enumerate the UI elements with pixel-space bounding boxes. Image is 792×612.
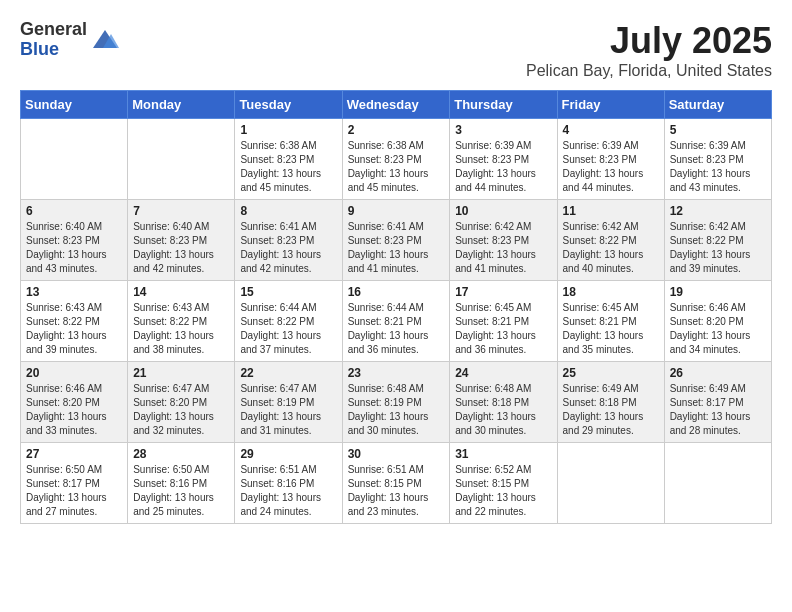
- calendar-cell: 27Sunrise: 6:50 AMSunset: 8:17 PMDayligh…: [21, 443, 128, 524]
- weekday-header-monday: Monday: [128, 91, 235, 119]
- day-info: Sunrise: 6:41 AMSunset: 8:23 PMDaylight:…: [240, 220, 336, 276]
- day-number: 2: [348, 123, 445, 137]
- day-info: Sunrise: 6:51 AMSunset: 8:15 PMDaylight:…: [348, 463, 445, 519]
- day-number: 23: [348, 366, 445, 380]
- day-number: 21: [133, 366, 229, 380]
- calendar-cell: 18Sunrise: 6:45 AMSunset: 8:21 PMDayligh…: [557, 281, 664, 362]
- weekday-header-row: SundayMondayTuesdayWednesdayThursdayFrid…: [21, 91, 772, 119]
- calendar-cell: 1Sunrise: 6:38 AMSunset: 8:23 PMDaylight…: [235, 119, 342, 200]
- calendar-cell: 29Sunrise: 6:51 AMSunset: 8:16 PMDayligh…: [235, 443, 342, 524]
- day-number: 11: [563, 204, 659, 218]
- day-number: 28: [133, 447, 229, 461]
- day-number: 18: [563, 285, 659, 299]
- logo-icon: [91, 26, 119, 54]
- day-info: Sunrise: 6:48 AMSunset: 8:18 PMDaylight:…: [455, 382, 551, 438]
- day-number: 13: [26, 285, 122, 299]
- day-number: 25: [563, 366, 659, 380]
- calendar-cell: 16Sunrise: 6:44 AMSunset: 8:21 PMDayligh…: [342, 281, 450, 362]
- weekday-header-saturday: Saturday: [664, 91, 771, 119]
- day-number: 4: [563, 123, 659, 137]
- day-number: 26: [670, 366, 766, 380]
- calendar-cell: 7Sunrise: 6:40 AMSunset: 8:23 PMDaylight…: [128, 200, 235, 281]
- weekday-header-tuesday: Tuesday: [235, 91, 342, 119]
- day-number: 10: [455, 204, 551, 218]
- calendar-cell: [21, 119, 128, 200]
- calendar-title: July 2025: [526, 20, 772, 62]
- day-info: Sunrise: 6:38 AMSunset: 8:23 PMDaylight:…: [240, 139, 336, 195]
- day-info: Sunrise: 6:42 AMSunset: 8:22 PMDaylight:…: [670, 220, 766, 276]
- calendar-cell: 12Sunrise: 6:42 AMSunset: 8:22 PMDayligh…: [664, 200, 771, 281]
- calendar-cell: 21Sunrise: 6:47 AMSunset: 8:20 PMDayligh…: [128, 362, 235, 443]
- day-info: Sunrise: 6:42 AMSunset: 8:22 PMDaylight:…: [563, 220, 659, 276]
- calendar-week-row: 27Sunrise: 6:50 AMSunset: 8:17 PMDayligh…: [21, 443, 772, 524]
- title-block: July 2025 Pelican Bay, Florida, United S…: [526, 20, 772, 80]
- calendar-cell: 11Sunrise: 6:42 AMSunset: 8:22 PMDayligh…: [557, 200, 664, 281]
- page-header: General Blue July 2025 Pelican Bay, Flor…: [20, 20, 772, 80]
- calendar-cell: 6Sunrise: 6:40 AMSunset: 8:23 PMDaylight…: [21, 200, 128, 281]
- day-info: Sunrise: 6:50 AMSunset: 8:17 PMDaylight:…: [26, 463, 122, 519]
- day-number: 8: [240, 204, 336, 218]
- weekday-header-friday: Friday: [557, 91, 664, 119]
- day-info: Sunrise: 6:43 AMSunset: 8:22 PMDaylight:…: [26, 301, 122, 357]
- calendar-cell: 8Sunrise: 6:41 AMSunset: 8:23 PMDaylight…: [235, 200, 342, 281]
- logo: General Blue: [20, 20, 119, 60]
- day-info: Sunrise: 6:44 AMSunset: 8:22 PMDaylight:…: [240, 301, 336, 357]
- calendar-cell: 10Sunrise: 6:42 AMSunset: 8:23 PMDayligh…: [450, 200, 557, 281]
- day-info: Sunrise: 6:48 AMSunset: 8:19 PMDaylight:…: [348, 382, 445, 438]
- day-number: 12: [670, 204, 766, 218]
- day-number: 31: [455, 447, 551, 461]
- day-number: 27: [26, 447, 122, 461]
- weekday-header-sunday: Sunday: [21, 91, 128, 119]
- calendar-cell: 31Sunrise: 6:52 AMSunset: 8:15 PMDayligh…: [450, 443, 557, 524]
- day-info: Sunrise: 6:49 AMSunset: 8:18 PMDaylight:…: [563, 382, 659, 438]
- calendar-cell: 26Sunrise: 6:49 AMSunset: 8:17 PMDayligh…: [664, 362, 771, 443]
- calendar-cell: 28Sunrise: 6:50 AMSunset: 8:16 PMDayligh…: [128, 443, 235, 524]
- day-info: Sunrise: 6:52 AMSunset: 8:15 PMDaylight:…: [455, 463, 551, 519]
- day-number: 17: [455, 285, 551, 299]
- calendar-location: Pelican Bay, Florida, United States: [526, 62, 772, 80]
- day-number: 6: [26, 204, 122, 218]
- day-info: Sunrise: 6:40 AMSunset: 8:23 PMDaylight:…: [133, 220, 229, 276]
- day-number: 5: [670, 123, 766, 137]
- calendar-cell: 3Sunrise: 6:39 AMSunset: 8:23 PMDaylight…: [450, 119, 557, 200]
- day-info: Sunrise: 6:38 AMSunset: 8:23 PMDaylight:…: [348, 139, 445, 195]
- day-number: 9: [348, 204, 445, 218]
- day-number: 3: [455, 123, 551, 137]
- day-number: 29: [240, 447, 336, 461]
- calendar-week-row: 13Sunrise: 6:43 AMSunset: 8:22 PMDayligh…: [21, 281, 772, 362]
- calendar-cell: 20Sunrise: 6:46 AMSunset: 8:20 PMDayligh…: [21, 362, 128, 443]
- day-info: Sunrise: 6:39 AMSunset: 8:23 PMDaylight:…: [670, 139, 766, 195]
- day-number: 24: [455, 366, 551, 380]
- day-info: Sunrise: 6:47 AMSunset: 8:20 PMDaylight:…: [133, 382, 229, 438]
- day-info: Sunrise: 6:50 AMSunset: 8:16 PMDaylight:…: [133, 463, 229, 519]
- calendar-cell: 30Sunrise: 6:51 AMSunset: 8:15 PMDayligh…: [342, 443, 450, 524]
- day-number: 7: [133, 204, 229, 218]
- day-info: Sunrise: 6:45 AMSunset: 8:21 PMDaylight:…: [455, 301, 551, 357]
- calendar-cell: 23Sunrise: 6:48 AMSunset: 8:19 PMDayligh…: [342, 362, 450, 443]
- day-number: 1: [240, 123, 336, 137]
- day-info: Sunrise: 6:46 AMSunset: 8:20 PMDaylight:…: [670, 301, 766, 357]
- calendar-cell: [128, 119, 235, 200]
- calendar-cell: 19Sunrise: 6:46 AMSunset: 8:20 PMDayligh…: [664, 281, 771, 362]
- day-info: Sunrise: 6:51 AMSunset: 8:16 PMDaylight:…: [240, 463, 336, 519]
- calendar-cell: 15Sunrise: 6:44 AMSunset: 8:22 PMDayligh…: [235, 281, 342, 362]
- day-number: 14: [133, 285, 229, 299]
- calendar-cell: 14Sunrise: 6:43 AMSunset: 8:22 PMDayligh…: [128, 281, 235, 362]
- calendar-week-row: 6Sunrise: 6:40 AMSunset: 8:23 PMDaylight…: [21, 200, 772, 281]
- day-info: Sunrise: 6:39 AMSunset: 8:23 PMDaylight:…: [563, 139, 659, 195]
- day-info: Sunrise: 6:42 AMSunset: 8:23 PMDaylight:…: [455, 220, 551, 276]
- day-number: 15: [240, 285, 336, 299]
- calendar-cell: 4Sunrise: 6:39 AMSunset: 8:23 PMDaylight…: [557, 119, 664, 200]
- calendar-cell: 9Sunrise: 6:41 AMSunset: 8:23 PMDaylight…: [342, 200, 450, 281]
- day-info: Sunrise: 6:47 AMSunset: 8:19 PMDaylight:…: [240, 382, 336, 438]
- logo-general-text: General: [20, 20, 87, 40]
- day-info: Sunrise: 6:46 AMSunset: 8:20 PMDaylight:…: [26, 382, 122, 438]
- weekday-header-wednesday: Wednesday: [342, 91, 450, 119]
- calendar-cell: 24Sunrise: 6:48 AMSunset: 8:18 PMDayligh…: [450, 362, 557, 443]
- day-number: 16: [348, 285, 445, 299]
- day-number: 22: [240, 366, 336, 380]
- calendar-table: SundayMondayTuesdayWednesdayThursdayFrid…: [20, 90, 772, 524]
- day-info: Sunrise: 6:41 AMSunset: 8:23 PMDaylight:…: [348, 220, 445, 276]
- calendar-cell: 22Sunrise: 6:47 AMSunset: 8:19 PMDayligh…: [235, 362, 342, 443]
- day-info: Sunrise: 6:43 AMSunset: 8:22 PMDaylight:…: [133, 301, 229, 357]
